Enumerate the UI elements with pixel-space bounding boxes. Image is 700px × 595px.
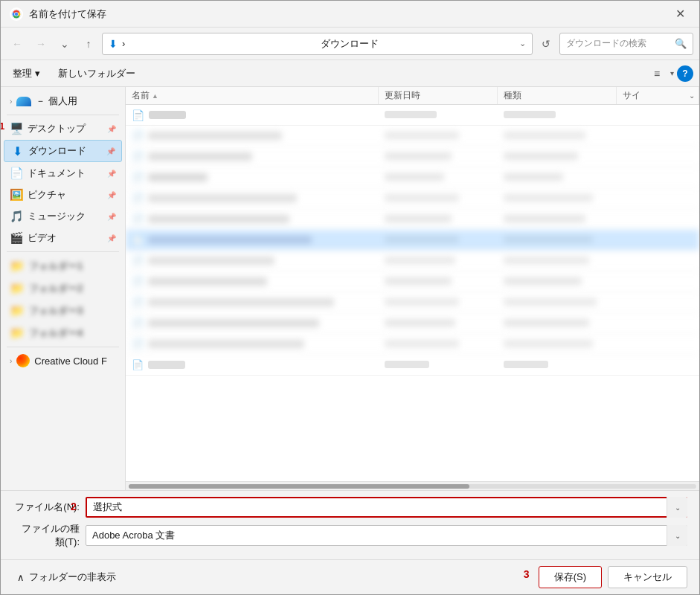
col-date[interactable]: 更新日時 — [379, 87, 498, 104]
sidebar-folder-3[interactable]: 📁 フォルダー3 — [4, 300, 122, 321]
file-icon: 📄 — [132, 297, 144, 308]
sidebar-item-video[interactable]: 🎬 ビデオ 📌 — [4, 228, 122, 248]
file-name-blur — [148, 132, 282, 140]
table-row[interactable]: 📄 — [126, 230, 699, 251]
organize-dropdown-icon: ▾ — [35, 68, 40, 79]
filename-row: ファイル名(N): 2 ⌄ — [13, 497, 687, 518]
refresh-button[interactable]: ↺ — [536, 33, 556, 54]
save-button[interactable]: 保存(S) — [539, 566, 602, 588]
help-button[interactable]: ? — [677, 65, 693, 82]
sidebar-item-downloads[interactable]: ⬇ ダウンロード 📌 — [4, 140, 122, 162]
bottom-area: ファイル名(N): 2 ⌄ ファイルの種類(T): ⌄ — [1, 490, 699, 559]
creative-cloud-icon — [16, 354, 30, 367]
horizontal-scrollbar[interactable] — [126, 481, 699, 490]
filename-dropdown-button[interactable]: ⌄ — [667, 497, 687, 518]
file-icon: 📄 — [132, 172, 144, 183]
sidebar: › － 個人用 1 🖥️ デスクトップ 📌 ⬇ ダウンロード 📌 — [1, 87, 126, 490]
back-button[interactable]: ← — [7, 33, 28, 54]
view-dropdown-icon: ▾ — [670, 69, 674, 77]
pictures-icon: 🖼️ — [10, 188, 23, 202]
cc-expand-icon: › — [10, 357, 12, 365]
sidebar-item-cloud[interactable]: › － 個人用 — [4, 91, 122, 112]
sidebar-item-pictures[interactable]: 🖼️ ピクチャ 📌 — [4, 184, 122, 205]
file-name-cell: 📄 — [126, 255, 379, 266]
sidebar-item-music[interactable]: 🎵 ミュージック 📌 — [4, 206, 122, 227]
video-pin-icon: 📌 — [107, 234, 116, 242]
table-row[interactable]: 📄 — [126, 126, 699, 147]
search-icon[interactable]: 🔍 — [675, 38, 687, 49]
sidebar-item-documents[interactable]: 📄 ドキュメント 📌 — [4, 163, 122, 184]
toolbar-right: ≡ ▾ ? — [646, 63, 693, 84]
file-name-cell: 📄 — [126, 359, 379, 370]
file-icon: 📄 — [132, 234, 144, 245]
documents-icon: 📄 — [10, 167, 23, 180]
address-bar-icon: ⬇ — [109, 38, 118, 50]
close-button[interactable]: ✕ — [670, 4, 690, 25]
file-type-cell — [498, 110, 617, 120]
cloud-item-label: － 個人用 — [36, 94, 116, 108]
svg-point-3 — [15, 12, 18, 15]
file-date-cell — [379, 277, 498, 287]
file-list-header: 名前 ▲ 更新日時 種類 サイ ⌄ — [126, 87, 699, 105]
table-row[interactable]: 📄 — [126, 334, 699, 355]
up-button[interactable]: ↑ — [78, 33, 99, 54]
table-row[interactable]: 📄 — [126, 147, 699, 167]
address-location: ダウンロード — [321, 37, 515, 51]
sidebar-item-creative-cloud[interactable]: › Creative Cloud F — [4, 350, 122, 371]
hide-folders-button[interactable]: ∧ フォルダーの非表示 — [13, 567, 121, 587]
collapse-button[interactable]: ⌄ — [684, 87, 699, 104]
organize-button[interactable]: 整理 ▾ — [7, 64, 46, 83]
filetype-dropdown-button[interactable]: ⌄ — [667, 525, 687, 546]
table-row[interactable]: 📄 — [126, 105, 699, 126]
desktop-icon: 🖥️ — [10, 122, 23, 135]
video-icon: 🎬 — [10, 231, 23, 245]
desktop-pin-icon: 📌 — [107, 125, 116, 133]
dropdown-nav-button[interactable]: ⌄ — [54, 33, 75, 54]
col-type[interactable]: 種類 — [498, 87, 617, 104]
filetype-input[interactable] — [86, 525, 687, 546]
sidebar-divider-1 — [7, 115, 119, 115]
view-options-button[interactable]: ≡ — [646, 63, 667, 84]
table-row[interactable]: 📄 — [126, 167, 699, 188]
file-name-cell: 📄 — [126, 276, 379, 287]
filename-label: ファイル名(N): — [13, 501, 80, 514]
filetype-select-wrapper: ⌄ — [86, 525, 687, 546]
sidebar-folder-2[interactable]: 📁 フォルダー2 — [4, 277, 122, 299]
file-list: 📄 📄 — [126, 105, 699, 481]
file-icon: 📄 — [132, 276, 144, 287]
file-date-cell — [379, 235, 498, 245]
table-row[interactable]: 📄 — [126, 271, 699, 292]
table-row[interactable]: 📄 — [126, 188, 699, 209]
file-date-cell — [379, 298, 498, 308]
save-button-wrapper: 3 保存(S) — [539, 566, 602, 588]
save-dialog: 名前を付けて保存 ✕ ← → ⌄ ↑ ⬇ › ダウンロード ⌄ ↺ ダウンロード… — [0, 0, 700, 595]
file-date-cell — [379, 152, 498, 162]
address-chevron: ⌄ — [519, 39, 526, 48]
table-row[interactable]: 📄 — [126, 209, 699, 230]
table-row[interactable]: 📄 — [126, 355, 699, 376]
new-folder-button[interactable]: 新しいフォルダー — [52, 64, 141, 83]
table-row[interactable]: 📄 — [126, 251, 699, 271]
main-area: › － 個人用 1 🖥️ デスクトップ 📌 ⬇ ダウンロード 📌 — [1, 87, 699, 490]
file-date-cell — [379, 339, 498, 350]
file-type-cell — [498, 339, 617, 350]
sidebar-folder-1[interactable]: 📁 フォルダー1 — [4, 255, 122, 277]
sidebar-folder-4[interactable]: 📁 フォルダー4 — [4, 322, 122, 344]
file-icon: 📄 — [132, 193, 144, 204]
file-type-cell — [498, 235, 617, 245]
forward-button[interactable]: → — [30, 33, 51, 54]
filename-input[interactable] — [86, 497, 687, 518]
table-row[interactable]: 📄 — [126, 313, 699, 334]
file-name-cell: 📄 — [126, 109, 379, 121]
address-bar[interactable]: ⬇ › ダウンロード ⌄ — [102, 33, 533, 55]
address-separator: › — [122, 38, 316, 49]
sidebar-item-desktop[interactable]: 🖥️ デスクトップ 📌 — [4, 118, 122, 139]
name-sort-icon: ▲ — [152, 92, 158, 100]
file-type-cell — [498, 318, 617, 329]
file-icon: 📄 — [132, 255, 144, 266]
file-name-cell: 📄 — [126, 338, 379, 350]
col-name[interactable]: 名前 ▲ — [126, 87, 379, 104]
cancel-button[interactable]: キャンセル — [608, 566, 687, 588]
table-row[interactable]: 📄 — [126, 292, 699, 313]
file-type-cell — [498, 360, 617, 370]
